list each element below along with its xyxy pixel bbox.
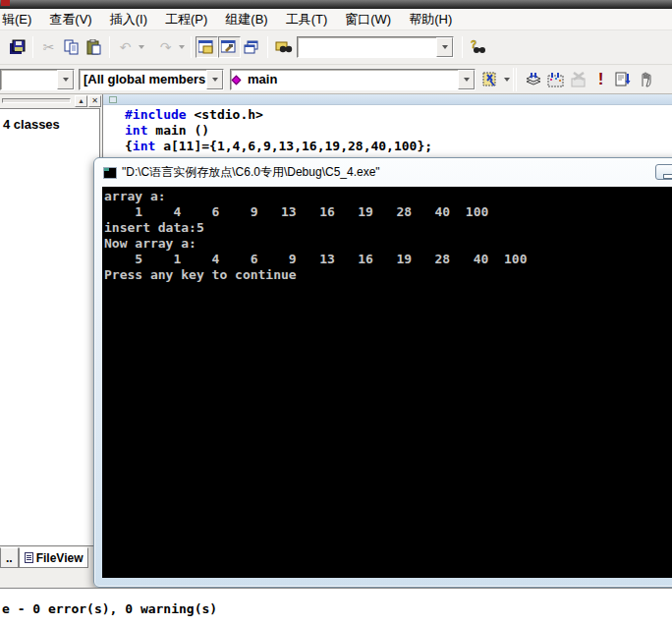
find-in-files-button[interactable] <box>272 36 295 58</box>
chevron-down-icon <box>442 45 448 49</box>
redo-button[interactable]: ↷ <box>154 36 177 58</box>
stop-build-icon <box>570 72 588 87</box>
chevron-down-icon <box>212 78 218 82</box>
paste-button[interactable] <box>83 36 105 58</box>
console-titlebar[interactable]: "D:\C语言实例存放点\C6.0专用\Debug\C5_4.exe" <box>94 158 672 187</box>
tab-fileview-label: FileView <box>36 551 84 565</box>
members-combo-dropdown[interactable] <box>206 70 223 89</box>
code-line: int main () <box>125 123 672 139</box>
class-combo-dropdown[interactable] <box>57 70 74 89</box>
copy-icon <box>64 39 80 55</box>
class-combobox[interactable] <box>0 69 75 90</box>
stop-build-button[interactable] <box>567 69 589 90</box>
console-app-icon <box>103 167 117 179</box>
tab-classview-stub[interactable]: .. <box>0 547 19 568</box>
function-combo-dropdown[interactable] <box>458 70 475 89</box>
workspace-pane-gripper[interactable] <box>2 98 71 103</box>
output-toggle-icon <box>221 40 238 55</box>
menu-tools[interactable]: 工具(T) <box>277 9 337 30</box>
go-icon <box>615 72 632 87</box>
menu-project[interactable]: 工程(P) <box>156 9 216 30</box>
console-title-text: "D:\C语言实例存放点\C6.0专用\Debug\C5_4.exe" <box>122 164 380 181</box>
console-window: "D:\C语言实例存放点\C6.0专用\Debug\C5_4.exe" arra… <box>93 157 672 588</box>
cut-icon: ✂ <box>43 39 55 55</box>
build-result-text: e - 0 error(s), 0 warning(s) <box>0 589 672 616</box>
code-editor-window[interactable]: #include <stdio.h>int main (){int a[11]=… <box>102 94 672 157</box>
minimize-button[interactable] <box>655 164 672 180</box>
workspace-toggle-icon <box>198 40 215 55</box>
execute-icon: ! <box>598 73 604 86</box>
find-combo-value[interactable] <box>298 37 436 57</box>
code-line: #include <stdio.h> <box>125 107 672 123</box>
menu-help[interactable]: 帮助(H) <box>400 9 461 30</box>
code-text[interactable]: #include <stdio.h>int main (){int a[11]=… <box>103 105 672 154</box>
standard-toolbar: ✂ ↶ ↷ <box>0 29 672 65</box>
compile-icon <box>525 72 542 87</box>
wizardbar-dropdown[interactable] <box>502 69 512 90</box>
find-in-files-icon <box>275 40 293 55</box>
wizardbar-action-button[interactable] <box>479 69 502 90</box>
menubar: 辑(E) 查看(V) 插入(I) 工程(P) 组建(B) 工具(T) 窗口(W)… <box>0 9 672 29</box>
member-diamond-icon <box>232 75 242 85</box>
wizardbar-build-toolbar: [All global members main <box>0 66 672 94</box>
search-help-button[interactable]: ? <box>467 36 489 58</box>
classview-root-item[interactable]: 4 classes <box>0 109 99 132</box>
chevron-down-icon <box>63 78 69 82</box>
redo-icon: ↷ <box>160 39 172 55</box>
copy-button[interactable] <box>60 36 83 58</box>
code-line: {int a[11]={1,4,6,9,13,16,19,28,40,100}; <box>125 139 672 154</box>
class-combo-value[interactable] <box>1 70 57 89</box>
app-icon <box>1 0 10 6</box>
function-combobox[interactable]: main <box>230 69 476 90</box>
compile-button[interactable] <box>522 69 544 90</box>
menu-window[interactable]: 窗口(W) <box>336 9 400 30</box>
find-combo-dropdown[interactable] <box>436 37 453 57</box>
undo-button[interactable]: ↶ <box>114 36 137 58</box>
fileview-doc-icon <box>25 552 33 563</box>
wizardbar-action-icon <box>482 72 499 87</box>
undo-icon: ↶ <box>120 39 132 55</box>
workspace-tree[interactable]: 4 classes <box>0 108 100 546</box>
save-all-icon <box>9 39 27 55</box>
paste-icon <box>86 39 102 55</box>
hand-button[interactable] <box>635 69 657 90</box>
menu-build[interactable]: 组建(B) <box>216 9 276 30</box>
cascade-windows-icon <box>244 40 260 55</box>
go-button[interactable] <box>612 69 635 90</box>
cut-button[interactable]: ✂ <box>37 36 60 58</box>
search-help-icon: ? <box>470 39 487 55</box>
menu-edit[interactable]: 辑(E) <box>0 9 40 30</box>
workspace-close-button[interactable]: ✕ <box>88 95 101 107</box>
workspace-pin-button[interactable]: ▴ <box>75 95 87 107</box>
execute-button[interactable]: ! <box>589 69 612 90</box>
console-output-text: array a: 1 4 6 9 13 16 19 28 40 100 inse… <box>102 187 672 283</box>
cascade-windows-button[interactable] <box>241 36 263 58</box>
workspace-toggle-button[interactable] <box>196 36 218 58</box>
members-combobox[interactable]: [All global members <box>79 69 224 90</box>
workspace-tabs: .. FileView <box>0 547 100 571</box>
build-button[interactable] <box>544 69 567 90</box>
build-icon <box>547 72 565 87</box>
editor-doc-icon <box>109 96 117 103</box>
undo-dropdown[interactable] <box>137 36 146 58</box>
build-output-pane[interactable]: e - 0 error(s), 0 warning(s) <box>0 588 672 626</box>
output-toggle-button[interactable] <box>218 36 241 58</box>
console-screen: array a: 1 4 6 9 13 16 19 28 40 100 inse… <box>102 187 672 578</box>
hand-icon <box>639 72 654 87</box>
menu-view[interactable]: 查看(V) <box>40 9 100 30</box>
function-combo-value[interactable]: main <box>244 70 458 89</box>
editor-titlebar[interactable] <box>103 94 672 105</box>
save-all-button[interactable] <box>6 36 28 58</box>
find-combobox[interactable] <box>297 36 454 58</box>
tab-fileview[interactable]: FileView <box>19 547 89 568</box>
redo-dropdown[interactable] <box>177 36 187 58</box>
members-combo-value[interactable]: [All global members <box>80 70 206 89</box>
menu-insert[interactable]: 插入(I) <box>101 9 156 30</box>
chevron-down-icon <box>464 78 470 82</box>
vc6-application-window: 辑(E) 查看(V) 插入(I) 工程(P) 组建(B) 工具(T) 窗口(W)… <box>0 0 672 626</box>
